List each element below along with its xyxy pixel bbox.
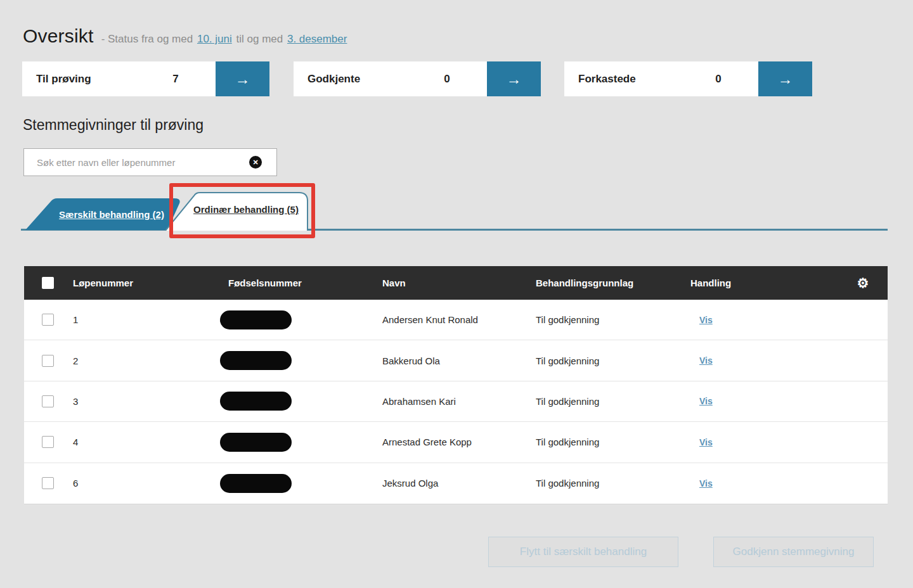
header: Oversikt - Status fra og med 10. juni ti… xyxy=(23,25,347,47)
row-lopenummer: 3 xyxy=(73,396,228,407)
search-container: ✕ xyxy=(23,148,277,176)
row-lopenummer: 4 xyxy=(73,437,228,447)
redacted-fodselsnummer xyxy=(220,433,292,452)
arrow-right-icon: → xyxy=(235,70,250,88)
col-navn: Navn xyxy=(382,278,536,288)
search-clear-icon[interactable]: ✕ xyxy=(249,156,262,169)
arrow-right-icon: → xyxy=(507,70,522,88)
stat-value: 0 xyxy=(425,73,469,86)
status-subtitle: - Status fra og med 10. juni til og med … xyxy=(100,33,347,46)
row-fodselsnummer-cell xyxy=(228,392,382,411)
votes-table: Løpenummer Fødselsnummer Navn Behandling… xyxy=(24,266,888,504)
row-fodselsnummer-cell xyxy=(228,474,382,493)
godkjenn-stemmegivning-button[interactable]: Godkjenn stemmegivning xyxy=(713,537,874,567)
stat-value: 0 xyxy=(696,73,741,86)
gear-icon[interactable]: ⚙ xyxy=(857,276,869,290)
row-checkbox[interactable] xyxy=(42,477,54,489)
row-checkbox[interactable] xyxy=(42,395,54,407)
row-fodselsnummer-cell xyxy=(228,433,382,452)
row-behandlingsgrunnlag: Til godkjenning xyxy=(536,355,690,366)
row-checkbox[interactable] xyxy=(42,436,54,448)
row-lopenummer: 6 xyxy=(73,478,228,489)
row-behandlingsgrunnlag: Til godkjenning xyxy=(536,314,690,325)
stat-card-godkjente: Godkjente 0 → xyxy=(294,61,541,96)
redacted-fodselsnummer xyxy=(220,310,292,329)
row-behandlingsgrunnlag: Til godkjenning xyxy=(536,437,690,447)
vis-link[interactable]: Vis xyxy=(690,437,713,447)
col-lopenummer: Løpenummer xyxy=(73,278,228,288)
stat-label: Godkjente xyxy=(294,73,425,86)
row-navn: Andersen Knut Ronald xyxy=(382,314,536,325)
flytt-til-saerskilt-behandling-button[interactable]: Flytt til særskilt behandling xyxy=(488,537,678,567)
table-row: 3 Abrahamsen Kari Til godkjenning Vis xyxy=(24,381,888,422)
subtitle-middle: til og med xyxy=(236,33,283,45)
date-to-link[interactable]: 3. desember xyxy=(287,33,347,45)
x-glyph: ✕ xyxy=(252,159,258,166)
redacted-fodselsnummer xyxy=(220,474,292,493)
tab-label: Ordinær behandling (5) xyxy=(165,192,308,231)
vis-link[interactable]: Vis xyxy=(690,478,713,489)
arrow-right-icon: → xyxy=(778,70,793,88)
table-row: 1 Andersen Knut Ronald Til godkjenning V… xyxy=(24,300,888,340)
stat-arrow-button[interactable]: → xyxy=(216,61,269,96)
row-fodselsnummer-cell xyxy=(228,351,382,370)
vis-link[interactable]: Vis xyxy=(690,355,713,366)
col-handling: Handling xyxy=(690,278,838,288)
row-checkbox[interactable] xyxy=(42,355,54,367)
row-behandlingsgrunnlag: Til godkjenning xyxy=(536,396,690,407)
row-lopenummer: 1 xyxy=(73,314,228,325)
stat-card-forkastede: Forkastede 0 → xyxy=(564,61,812,96)
table-body: 1 Andersen Knut Ronald Til godkjenning V… xyxy=(24,300,888,504)
col-behandlingsgrunnlag: Behandlingsgrunnlag xyxy=(536,278,690,288)
stat-arrow-button[interactable]: → xyxy=(487,61,541,96)
row-navn: Jeksrud Olga xyxy=(382,478,536,489)
redacted-fodselsnummer xyxy=(220,392,292,411)
date-from-link[interactable]: 10. juni xyxy=(197,33,232,45)
stat-value: 7 xyxy=(153,73,198,86)
row-navn: Abrahamsen Kari xyxy=(382,396,536,407)
table-row: 6 Jeksrud Olga Til godkjenning Vis xyxy=(24,463,888,504)
stat-arrow-button[interactable]: → xyxy=(758,61,812,96)
oversikt-page: { "header": { "title": "Oversikt", "subt… xyxy=(0,0,913,588)
vis-link[interactable]: Vis xyxy=(690,315,713,325)
section-heading: Stemmegivninger til prøving xyxy=(23,117,204,134)
row-fodselsnummer-cell xyxy=(228,310,382,329)
subtitle-prefix: - Status fra og med xyxy=(101,33,193,45)
table-row: 4 Arnestad Grete Kopp Til godkjenning Vi… xyxy=(24,422,888,463)
row-lopenummer: 2 xyxy=(73,355,228,366)
tab-ordinaer-behandling[interactable]: Ordinær behandling (5) xyxy=(165,192,308,231)
tab-saerskilt-behandling[interactable]: Særskilt behandling (2) xyxy=(25,198,181,230)
stat-card-til-proving: Til prøving 7 → xyxy=(22,61,269,96)
row-checkbox[interactable] xyxy=(42,314,54,326)
col-fodselsnummer: Fødselsnummer xyxy=(228,278,382,288)
search-input[interactable] xyxy=(23,148,277,176)
select-all-checkbox[interactable] xyxy=(42,277,54,289)
row-navn: Arnestad Grete Kopp xyxy=(382,437,536,447)
stat-label: Forkastede xyxy=(564,73,696,86)
stat-label: Til prøving xyxy=(22,73,153,86)
vis-link[interactable]: Vis xyxy=(690,396,713,406)
table-header-row: Løpenummer Fødselsnummer Navn Behandling… xyxy=(24,266,888,300)
redacted-fodselsnummer xyxy=(220,351,292,370)
tab-label: Særskilt behandling (2) xyxy=(25,198,181,230)
table-row: 2 Bakkerud Ola Til godkjenning Vis xyxy=(24,340,888,381)
row-behandlingsgrunnlag: Til godkjenning xyxy=(536,478,690,489)
row-navn: Bakkerud Ola xyxy=(382,355,536,366)
page-title: Oversikt xyxy=(23,25,94,47)
